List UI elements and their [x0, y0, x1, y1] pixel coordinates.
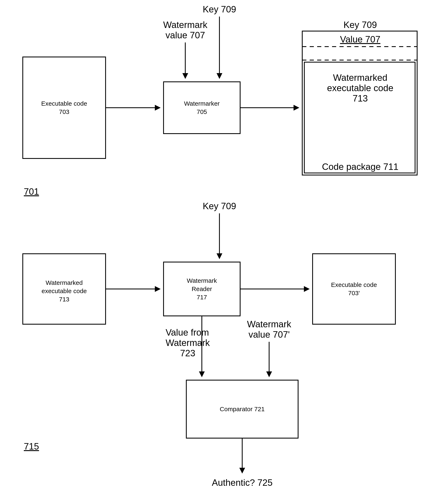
executable-code-line2: 703: [59, 108, 69, 115]
watermark-reader-line3: 717: [197, 294, 207, 301]
package-key-label: Key 709: [343, 20, 377, 30]
package-value-label: Value 707: [340, 34, 380, 44]
authentic-label: Authentic? 725: [212, 477, 273, 488]
value-from-watermark-line1: Value from: [166, 327, 209, 337]
watermarked-exec-code-line3: 713: [59, 296, 69, 303]
executable-code-box: [23, 57, 106, 158]
executable-code-out-box: [312, 254, 395, 324]
package-body-line2: executable code: [327, 83, 393, 93]
watermark-value-prime-line2: value 707': [248, 329, 290, 340]
watermark-value-label-line1: Watermark: [163, 20, 207, 30]
executable-code-line1: Executable code: [41, 100, 87, 107]
watermarked-exec-code-line1: Watermarked: [46, 279, 83, 286]
watermarker-box: [164, 82, 240, 134]
diagram-701-ref: 701: [24, 186, 39, 197]
executable-code-out-line1: Executable code: [331, 281, 377, 288]
package-body-line3: 713: [352, 93, 368, 103]
value-from-watermark-line2: Watermark: [166, 338, 210, 348]
watermarked-exec-code-line2: executable code: [42, 288, 87, 294]
executable-code-out-line2: 703': [348, 289, 360, 296]
key-709-top-label: Key 709: [203, 4, 236, 14]
value-from-watermark-line3: 723: [180, 348, 195, 358]
package-body-line1: Watermarked: [333, 73, 387, 83]
watermark-value-label-line2: value 707: [166, 30, 205, 40]
package-footer-label: Code package 711: [322, 161, 398, 172]
watermark-reader-line1: Watermark: [187, 277, 217, 284]
diagram-715-ref: 715: [24, 441, 39, 451]
comparator-label: Comparator 721: [220, 406, 265, 412]
watermarker-line2: 705: [197, 108, 207, 115]
watermarker-line1: Watermarker: [184, 100, 220, 107]
key-709-bottom-label: Key 709: [203, 201, 236, 211]
watermark-reader-line2: Reader: [192, 285, 212, 292]
watermark-value-prime-line1: Watermark: [247, 319, 291, 329]
